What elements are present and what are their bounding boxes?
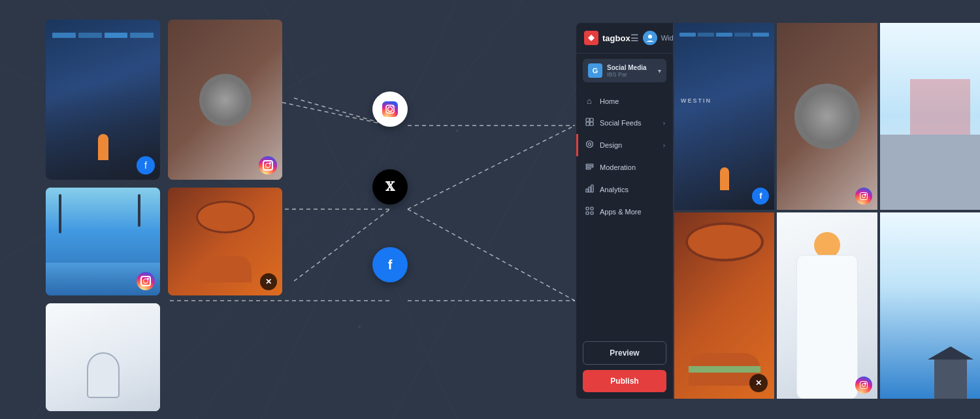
svg-point-12: [456, 129, 459, 132]
selector-text: Social Media IBS Par: [607, 64, 653, 78]
design-arrow: ›: [663, 142, 665, 149]
tagbox-panel: tagbox ☰ Widget ▼ G Social Media IBS Par…: [576, 23, 673, 399]
svg-rect-30: [586, 122, 589, 126]
x-badge-food: ✕: [260, 273, 277, 290]
design-icon: [584, 140, 595, 150]
svg-rect-29: [590, 118, 593, 122]
publish-button[interactable]: Publish: [583, 370, 666, 392]
svg-rect-34: [586, 164, 593, 165]
svg-rect-23: [382, 101, 398, 117]
right-photo-food: ✕: [674, 212, 774, 399]
right-photo-hotel: [880, 23, 980, 210]
nav-items: ⌂ Home Social Feeds › Desi: [576, 88, 673, 335]
social-media-selector[interactable]: G Social Media IBS Par ▾: [583, 59, 666, 82]
left-photo-westin: f: [46, 20, 160, 180]
svg-rect-41: [591, 207, 593, 210]
preview-button[interactable]: Preview: [583, 341, 666, 365]
right-photo-outdoor: [880, 212, 980, 399]
svg-rect-28: [586, 118, 589, 122]
nav-home[interactable]: ⌂ Home: [576, 90, 673, 112]
svg-rect-39: [591, 185, 593, 192]
right-photo-watch: [777, 23, 877, 210]
hamburger-icon[interactable]: ☰: [630, 33, 639, 43]
home-icon: ⌂: [584, 96, 595, 106]
svg-rect-31: [590, 122, 593, 126]
nav-moderation[interactable]: Moderation: [576, 156, 673, 178]
ig-badge-right-watch: [855, 188, 872, 205]
left-photo-grid: f ✕: [46, 20, 282, 411]
svg-point-10: [293, 208, 295, 210]
svg-point-13: [358, 326, 361, 328]
nav-analytics[interactable]: Analytics: [576, 178, 673, 201]
nav-design[interactable]: Design ›: [576, 134, 673, 156]
social-channels-center: 𝕏 f: [372, 92, 408, 282]
right-photo-grid: WESTIN f ✕: [674, 23, 980, 399]
ig-badge-watch: [259, 156, 277, 175]
tagbox-logo: tagbox: [584, 31, 630, 45]
right-photo-westin: WESTIN f: [674, 23, 774, 210]
nav-moderation-label: Moderation: [600, 163, 636, 171]
left-photo-bed: [46, 303, 160, 411]
nav-social-feeds[interactable]: Social Feeds ›: [576, 112, 673, 134]
social-feeds-icon: [584, 118, 595, 128]
ig-badge-pool: [137, 272, 155, 290]
fb-badge-westin: f: [137, 156, 155, 175]
analytics-icon: [584, 184, 595, 195]
panel-header: tagbox ☰ Widget ▼: [576, 23, 673, 54]
svg-rect-35: [586, 166, 593, 167]
selector-title: Social Media: [607, 64, 653, 71]
left-photo-watch: [168, 20, 282, 180]
nav-social-feeds-label: Social Feeds: [600, 119, 642, 127]
selector-subtitle: IBS Par: [607, 71, 653, 78]
widget-label[interactable]: Widget: [661, 34, 673, 42]
nav-apps-label: Apps & More: [600, 208, 642, 216]
nav-apps-more[interactable]: Apps & More: [576, 201, 673, 223]
svg-point-26: [393, 106, 394, 107]
facebook-circle[interactable]: f: [372, 247, 408, 282]
left-photo-food: ✕: [168, 188, 282, 295]
user-avatar[interactable]: [643, 31, 657, 45]
svg-rect-42: [586, 212, 589, 214]
panel-footer: Preview Publish: [576, 335, 673, 399]
instagram-circle[interactable]: [372, 92, 408, 127]
moderation-icon: [584, 162, 595, 173]
ig-badge-right-bed: [855, 377, 872, 394]
tagbox-logo-icon: [584, 31, 598, 45]
svg-point-32: [586, 141, 593, 148]
fb-badge-right-westin: f: [752, 188, 769, 205]
nav-design-label: Design: [600, 141, 622, 149]
svg-rect-36: [586, 168, 591, 169]
nav-analytics-label: Analytics: [600, 186, 629, 193]
left-photo-pool: [46, 188, 160, 295]
svg-rect-43: [591, 212, 593, 214]
svg-rect-40: [586, 207, 589, 210]
svg-point-33: [588, 143, 591, 146]
panel-header-right: ☰ Widget ▼: [630, 31, 673, 45]
svg-line-6: [392, 65, 588, 419]
nav-home-label: Home: [600, 97, 619, 105]
apps-icon: [584, 207, 595, 217]
svg-point-27: [648, 35, 652, 39]
selector-icon: G: [588, 63, 602, 78]
svg-rect-38: [589, 187, 591, 192]
selector-arrow: ▾: [658, 67, 661, 75]
x-twitter-circle[interactable]: 𝕏: [372, 169, 408, 205]
tagbox-logo-text: tagbox: [602, 33, 630, 43]
right-photo-bed: [777, 212, 877, 399]
social-feeds-arrow: ›: [663, 120, 665, 127]
svg-rect-37: [586, 189, 588, 192]
